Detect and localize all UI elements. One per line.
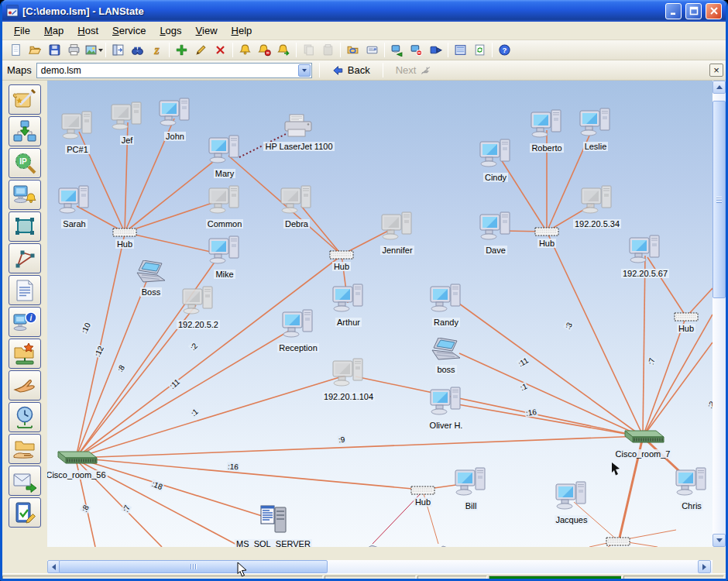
- map-node-cisco-room-56[interactable]: [53, 449, 98, 469]
- pointer-tool-button[interactable]: [9, 370, 41, 401]
- scroll-down-button[interactable]: [713, 534, 726, 547]
- close-maps-bar-button[interactable]: ×: [709, 64, 723, 77]
- map-node-randy[interactable]: [429, 283, 463, 317]
- open-map-button[interactable]: [26, 41, 45, 59]
- horizontal-scrollbar[interactable]: [47, 560, 726, 573]
- search-wizard-button[interactable]: [343, 41, 362, 59]
- vertical-scroll-thumb[interactable]: [713, 101, 726, 298]
- map-node-pc-1[interactable]: [60, 110, 94, 144]
- map-node-hub[interactable]: [534, 225, 559, 239]
- map-properties-button[interactable]: [451, 41, 470, 59]
- combo-dropdown-icon[interactable]: [298, 64, 311, 77]
- map-select-combo[interactable]: demo.lsm: [36, 63, 312, 78]
- map-node-hub[interactable]: [112, 226, 137, 240]
- send-mail-button[interactable]: [9, 466, 41, 496]
- scroll-up-button[interactable]: [713, 81, 726, 94]
- network-map-canvas[interactable]: PC#1JefJohnMaryHP LaserJet 1100SarahComm…: [47, 81, 713, 547]
- shared-resources-button[interactable]: [9, 434, 41, 464]
- alerts-button[interactable]: [235, 41, 255, 59]
- paste-button[interactable]: [318, 41, 338, 59]
- close-button[interactable]: [706, 3, 722, 19]
- horizontal-scroll-thumb[interactable]: [59, 560, 328, 573]
- add-host-button[interactable]: [172, 41, 191, 59]
- map-node-john[interactable]: [158, 97, 192, 131]
- map-node-hp-laserjet-1100[interactable]: [282, 113, 316, 141]
- save-map-button[interactable]: [45, 41, 64, 59]
- menu-item-help[interactable]: Help: [225, 22, 259, 39]
- map-node-192-20-1-104[interactable]: [331, 357, 366, 391]
- next-button[interactable]: Next: [390, 63, 438, 77]
- menu-item-map[interactable]: Map: [37, 22, 70, 39]
- map-node-jef[interactable]: [110, 101, 144, 135]
- menu-item-service[interactable]: Service: [105, 22, 153, 39]
- ip-scan-button[interactable]: IP: [9, 148, 41, 178]
- edit-host-button[interactable]: [191, 41, 211, 59]
- save-image-button[interactable]: [84, 41, 103, 59]
- map-node-common[interactable]: [208, 184, 242, 218]
- map-node-chris[interactable]: [675, 466, 709, 500]
- map-node-mike[interactable]: [208, 235, 242, 269]
- send-message-button[interactable]: [362, 41, 382, 59]
- disconnect-host-button[interactable]: [407, 41, 426, 59]
- connect-host-button[interactable]: [387, 41, 407, 59]
- map-node-reception[interactable]: [281, 308, 315, 342]
- vertical-scrollbar[interactable]: [713, 81, 726, 547]
- print-button[interactable]: [64, 41, 84, 59]
- map-node-roberto[interactable]: [530, 108, 564, 143]
- find-host-button[interactable]: [128, 41, 147, 59]
- map-node-boss[interactable]: [431, 338, 462, 364]
- menu-item-file[interactable]: File: [7, 22, 37, 39]
- map-node-stub[interactable]: [434, 541, 453, 547]
- map-wizard-button[interactable]: [9, 84, 41, 115]
- map-node-cindy[interactable]: [479, 138, 513, 172]
- map-node-192-20-5-34[interactable]: [580, 184, 614, 218]
- menu-item-host[interactable]: Host: [70, 22, 105, 39]
- task-list-button[interactable]: [9, 497, 41, 528]
- map-node-dave[interactable]: [479, 211, 513, 245]
- sleep-mode-button[interactable]: z: [147, 41, 167, 59]
- add-shared-folder-button[interactable]: [9, 339, 41, 369]
- refresh-map-button[interactable]: [470, 41, 489, 59]
- map-node-hub[interactable]: [410, 484, 435, 498]
- copy-button[interactable]: [299, 41, 318, 59]
- alerts-stop-button[interactable]: [255, 41, 274, 59]
- map-node-hub[interactable]: [606, 535, 630, 547]
- map-node-leslie[interactable]: [579, 107, 613, 141]
- map-node-bill[interactable]: [454, 466, 488, 500]
- maximize-button[interactable]: [685, 3, 702, 19]
- ping-monitor-button[interactable]: [9, 402, 41, 432]
- help-button[interactable]: ?: [495, 41, 514, 59]
- map-node-jacques[interactable]: [555, 480, 589, 514]
- map-node-192-20-5-2[interactable]: [181, 285, 215, 319]
- map-node-hub[interactable]: [329, 249, 354, 263]
- map-node-debra[interactable]: [280, 184, 314, 218]
- map-node-oliver-h-[interactable]: [429, 386, 463, 420]
- scan-network-button[interactable]: [9, 116, 41, 146]
- map-node-arthur[interactable]: [331, 283, 366, 317]
- scroll-right-button[interactable]: [698, 560, 711, 573]
- map-node-jennifer[interactable]: [380, 211, 414, 245]
- map-node-sarah[interactable]: [57, 184, 91, 218]
- new-map-button[interactable]: [6, 41, 26, 59]
- map-node-192-20-5-67[interactable]: [628, 234, 662, 268]
- host-list-button[interactable]: [108, 41, 128, 59]
- menu-item-logs[interactable]: Logs: [153, 22, 188, 39]
- map-node-ms-sql-server[interactable]: [256, 503, 290, 538]
- map-node-boss[interactable]: [136, 260, 167, 287]
- alerts-run-button[interactable]: [274, 41, 294, 59]
- host-info-button[interactable]: i: [9, 307, 41, 337]
- host-monitoring-button[interactable]: [9, 180, 41, 210]
- minimize-button[interactable]: [665, 3, 682, 19]
- map-node-cisco-room-7[interactable]: [620, 428, 665, 449]
- back-button[interactable]: Back: [327, 63, 376, 77]
- note-tool-button[interactable]: [9, 275, 41, 305]
- run-service-button[interactable]: [426, 41, 445, 59]
- map-node-mary[interactable]: [208, 134, 242, 168]
- dropdown-arrow-icon[interactable]: [98, 49, 103, 52]
- rectangle-tool-button[interactable]: [9, 211, 41, 242]
- line-tool-button[interactable]: [9, 243, 41, 273]
- delete-host-button[interactable]: [211, 41, 230, 59]
- menu-item-view[interactable]: View: [189, 22, 225, 39]
- map-node-stub[interactable]: [363, 541, 382, 547]
- map-node-hub[interactable]: [674, 311, 699, 325]
